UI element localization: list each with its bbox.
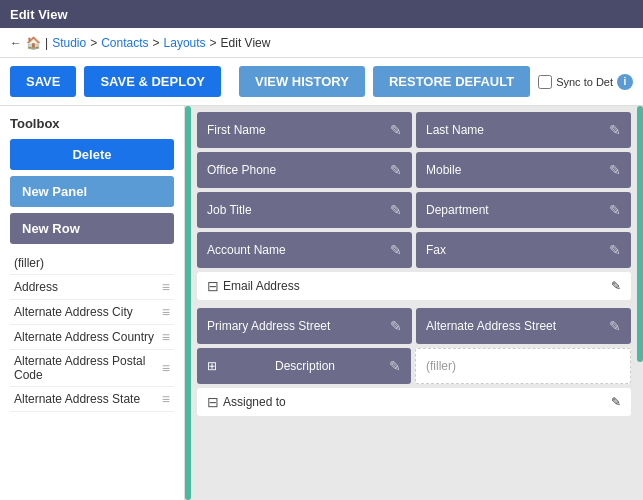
email-address-label: Email Address	[223, 279, 300, 293]
field-mobile[interactable]: Mobile ✎	[416, 152, 631, 188]
field-primary-address-street[interactable]: Primary Address Street ✎	[197, 308, 412, 344]
field-last-name-label: Last Name	[426, 123, 484, 137]
toolbox-field-alt-city-label: Alternate Address City	[14, 305, 133, 319]
drag-icon-alt-city: ≡	[162, 304, 170, 320]
breadcrumb-sep4: >	[210, 36, 217, 50]
edit-icon-mobile[interactable]: ✎	[609, 162, 621, 178]
table-row: Account Name ✎ Fax ✎	[197, 232, 631, 268]
edit-icon-account-name[interactable]: ✎	[390, 242, 402, 258]
toolbox-field-alt-country[interactable]: Alternate Address Country ≡	[10, 325, 174, 350]
toolbox-field-address-label: Address	[14, 280, 58, 294]
breadcrumb-layouts[interactable]: Layouts	[164, 36, 206, 50]
info-icon[interactable]: i	[617, 74, 633, 90]
field-job-title[interactable]: Job Title ✎	[197, 192, 412, 228]
field-account-name[interactable]: Account Name ✎	[197, 232, 412, 268]
toolbox-field-alt-country-label: Alternate Address Country	[14, 330, 154, 344]
edit-icon-department[interactable]: ✎	[609, 202, 621, 218]
table-row: ⊞ Description ✎ (filler)	[197, 348, 631, 384]
assigned-to-section[interactable]: ⊟ Assigned to ✎	[197, 388, 631, 416]
email-address-section[interactable]: ⊟ Email Address ✎	[197, 272, 631, 300]
table-row: Office Phone ✎ Mobile ✎	[197, 152, 631, 188]
drag-icon: ≡	[162, 279, 170, 295]
main-content: Toolbox Delete New Panel New Row (filler…	[0, 106, 643, 500]
edit-icon-first-name[interactable]: ✎	[390, 122, 402, 138]
toolbox-field-alt-postal-label: Alternate Address Postal Code	[14, 354, 162, 382]
field-alternate-address-street[interactable]: Alternate Address Street ✎	[416, 308, 631, 344]
title-bar: Edit View	[0, 0, 643, 28]
delete-button[interactable]: Delete	[10, 139, 174, 170]
field-office-phone-label: Office Phone	[207, 163, 276, 177]
layout-inner: First Name ✎ Last Name ✎ Office Phone ✎ …	[197, 106, 631, 430]
breadcrumb-current: Edit View	[221, 36, 271, 50]
field-first-name[interactable]: First Name ✎	[197, 112, 412, 148]
field-department-label: Department	[426, 203, 489, 217]
sync-checkbox[interactable]	[538, 75, 552, 89]
field-fax[interactable]: Fax ✎	[416, 232, 631, 268]
field-office-phone[interactable]: Office Phone ✎	[197, 152, 412, 188]
field-filler-label: (filler)	[426, 359, 456, 373]
toolbox: Toolbox Delete New Panel New Row (filler…	[0, 106, 185, 500]
toolbox-field-filler[interactable]: (filler)	[10, 252, 174, 275]
home-icon[interactable]: 🏠	[26, 36, 41, 50]
breadcrumb-studio[interactable]: Studio	[52, 36, 86, 50]
field-department[interactable]: Department ✎	[416, 192, 631, 228]
scroll-indicator-left	[185, 106, 191, 500]
edit-icon-email[interactable]: ✎	[611, 279, 621, 293]
edit-icon-alternate-address-street[interactable]: ✎	[609, 318, 621, 334]
table-row: Primary Address Street ✎ Alternate Addre…	[197, 308, 631, 344]
field-account-name-label: Account Name	[207, 243, 286, 257]
table-row: ⊟ Assigned to ✎	[197, 388, 631, 420]
toolbox-field-address[interactable]: Address ≡	[10, 275, 174, 300]
assigned-to-label: Assigned to	[223, 395, 286, 409]
drag-icon-alt-postal: ≡	[162, 360, 170, 376]
sync-label: Sync to Det i	[538, 74, 633, 90]
toolbox-field-filler-label: (filler)	[14, 256, 44, 270]
table-row: ⊟ Email Address ✎	[197, 272, 631, 304]
edit-icon-assigned[interactable]: ✎	[611, 395, 621, 409]
edit-icon-description[interactable]: ✎	[389, 358, 401, 374]
new-panel-item[interactable]: New Panel	[10, 176, 174, 207]
assigned-collapse-icon: ⊟	[207, 394, 219, 410]
field-alternate-address-street-label: Alternate Address Street	[426, 319, 556, 333]
toolbox-field-alt-postal[interactable]: Alternate Address Postal Code ≡	[10, 350, 174, 387]
table-row: First Name ✎ Last Name ✎	[197, 112, 631, 148]
field-first-name-label: First Name	[207, 123, 266, 137]
toolbox-field-alt-city[interactable]: Alternate Address City ≡	[10, 300, 174, 325]
breadcrumb-sep3: >	[153, 36, 160, 50]
restore-default-button[interactable]: RESTORE DEFAULT	[373, 66, 530, 97]
toolbar: SAVE SAVE & DEPLOY VIEW HISTORY RESTORE …	[0, 58, 643, 106]
edit-icon-job-title[interactable]: ✎	[390, 202, 402, 218]
drag-icon-alt-country: ≡	[162, 329, 170, 345]
breadcrumb-contacts[interactable]: Contacts	[101, 36, 148, 50]
email-collapse-icon: ⊟	[207, 278, 219, 294]
drag-icon-alt-state: ≡	[162, 391, 170, 407]
breadcrumb-separator1: |	[45, 36, 48, 50]
back-arrow[interactable]: ←	[10, 36, 22, 50]
save-button[interactable]: SAVE	[10, 66, 76, 97]
edit-icon-primary-address-street[interactable]: ✎	[390, 318, 402, 334]
field-job-title-label: Job Title	[207, 203, 252, 217]
breadcrumb-sep2: >	[90, 36, 97, 50]
field-last-name[interactable]: Last Name ✎	[416, 112, 631, 148]
field-fax-label: Fax	[426, 243, 446, 257]
new-row-item[interactable]: New Row	[10, 213, 174, 244]
scroll-indicator-right	[637, 106, 643, 362]
table-row: Job Title ✎ Department ✎	[197, 192, 631, 228]
field-primary-address-street-label: Primary Address Street	[207, 319, 330, 333]
edit-icon-last-name[interactable]: ✎	[609, 122, 621, 138]
edit-icon-office-phone[interactable]: ✎	[390, 162, 402, 178]
toolbox-title: Toolbox	[10, 116, 174, 131]
field-description[interactable]: ⊞ Description ✎	[197, 348, 411, 384]
edit-icon-fax[interactable]: ✎	[609, 242, 621, 258]
toolbox-field-alt-state-label: Alternate Address State	[14, 392, 140, 406]
view-history-button[interactable]: VIEW HISTORY	[239, 66, 365, 97]
save-deploy-button[interactable]: SAVE & DEPLOY	[84, 66, 221, 97]
description-expand-icon: ⊞	[207, 359, 217, 373]
toolbox-field-alt-state[interactable]: Alternate Address State ≡	[10, 387, 174, 412]
field-description-label: Description	[275, 359, 335, 373]
field-filler[interactable]: (filler)	[415, 348, 631, 384]
breadcrumb: ← 🏠 | Studio > Contacts > Layouts > Edit…	[0, 28, 643, 58]
layout-area: First Name ✎ Last Name ✎ Office Phone ✎ …	[185, 106, 643, 500]
sync-text: Sync to Det	[556, 76, 613, 88]
field-mobile-label: Mobile	[426, 163, 461, 177]
